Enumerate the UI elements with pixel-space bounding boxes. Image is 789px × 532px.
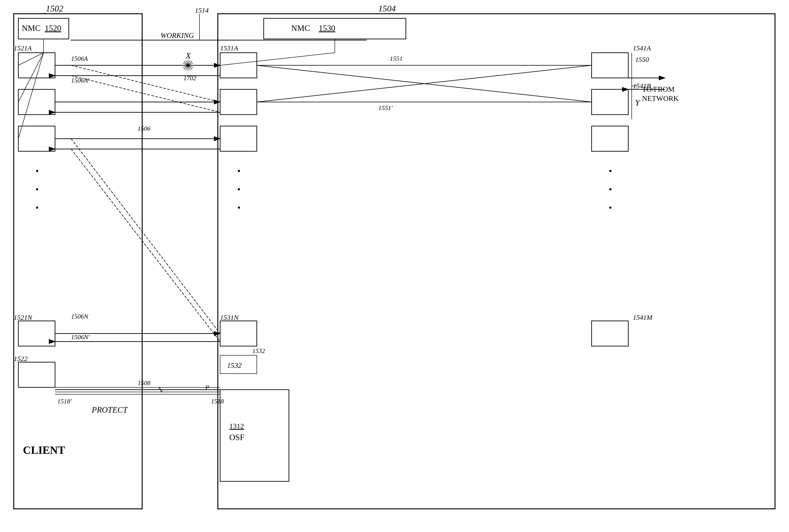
svg-rect-24 [220, 126, 257, 151]
svg-text:1532: 1532 [252, 347, 265, 354]
svg-line-62 [71, 65, 220, 102]
svg-text:1506A: 1506A [71, 55, 88, 62]
svg-line-65 [71, 149, 220, 342]
svg-text:1521A: 1521A [14, 44, 32, 52]
svg-text:1550: 1550 [635, 56, 649, 63]
svg-text:NMC: NMC [22, 24, 41, 33]
svg-rect-28 [220, 321, 257, 346]
svg-text:1541M: 1541M [633, 314, 653, 321]
svg-text:1506A': 1506A' [71, 77, 90, 84]
svg-text:1532: 1532 [227, 361, 242, 369]
svg-text:Y: Y [635, 98, 641, 107]
svg-text:NETWORK: NETWORK [642, 94, 679, 102]
svg-text:1702: 1702 [184, 75, 196, 82]
svg-rect-13 [18, 126, 55, 151]
svg-text:•: • [609, 203, 612, 213]
svg-text:1312: 1312 [229, 422, 244, 430]
svg-text:1504: 1504 [378, 4, 396, 13]
svg-text:•: • [237, 166, 241, 176]
svg-text:1506: 1506 [137, 125, 150, 132]
svg-text:•: • [237, 184, 241, 195]
svg-text:•: • [36, 184, 39, 195]
svg-rect-37 [591, 89, 628, 115]
svg-line-63 [71, 76, 220, 112]
diagram-container: 1502 NMC 1520 1504 NMC 1530 • • • 1521A … [0, 0, 789, 532]
svg-text:1531N: 1531N [220, 314, 239, 321]
svg-rect-17 [18, 321, 55, 346]
svg-rect-36 [591, 53, 628, 78]
svg-text:1530: 1530 [319, 24, 335, 33]
svg-text:1520: 1520 [45, 24, 61, 33]
svg-text:PROTECT: PROTECT [92, 405, 128, 414]
diagram-svg: 1502 NMC 1520 1504 NMC 1530 • • • 1521A … [0, 0, 789, 532]
svg-text:X: X [185, 51, 191, 60]
svg-text:WORKING: WORKING [161, 31, 194, 39]
svg-text:P: P [205, 384, 209, 391]
svg-rect-42 [591, 321, 628, 346]
svg-text:1551': 1551' [378, 104, 393, 111]
svg-text:1521N: 1521N [14, 314, 33, 321]
svg-text:1551: 1551 [390, 55, 402, 62]
svg-text:•: • [237, 203, 241, 213]
svg-text:1541A: 1541A [633, 44, 651, 52]
svg-rect-38 [591, 126, 628, 151]
svg-text:•: • [36, 166, 39, 176]
svg-rect-6 [218, 14, 775, 509]
svg-text:•: • [609, 166, 612, 176]
svg-text:1508: 1508 [137, 379, 150, 386]
svg-rect-12 [18, 89, 55, 115]
svg-rect-11 [18, 53, 55, 78]
svg-text:1522: 1522 [14, 355, 27, 362]
svg-rect-23 [220, 89, 257, 115]
svg-text:CLIENT: CLIENT [23, 444, 65, 456]
svg-text:1531A: 1531A [220, 44, 238, 52]
svg-text:1518': 1518' [57, 398, 72, 405]
svg-text:•: • [36, 203, 39, 213]
svg-text:OSF: OSF [229, 433, 244, 442]
svg-text:NMC: NMC [291, 24, 310, 33]
svg-rect-22 [220, 53, 257, 78]
svg-text:•: • [609, 184, 612, 195]
svg-text:1506N': 1506N' [71, 334, 90, 341]
svg-text:1506N: 1506N [71, 313, 89, 320]
svg-text:1514: 1514 [195, 6, 209, 14]
svg-text:1518: 1518 [211, 398, 224, 405]
svg-text:1502: 1502 [46, 4, 63, 13]
svg-rect-18 [18, 362, 55, 387]
svg-line-64 [71, 139, 220, 334]
